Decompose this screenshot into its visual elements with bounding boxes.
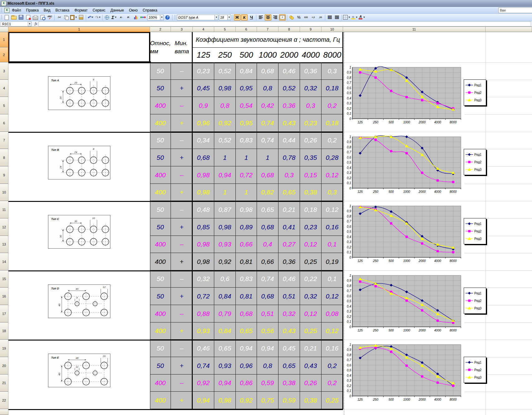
menu-item-0[interactable]: Файл xyxy=(9,7,24,13)
cell-wool-e-1[interactable]: + xyxy=(171,357,193,374)
cell-offset-e-1[interactable]: 50 xyxy=(150,357,171,374)
chart-block-d[interactable]: 10,90,80,70,60,50,40,30,20,10 1252505001… xyxy=(344,274,465,332)
decrease-decimal-button[interactable]: ,00 xyxy=(317,14,324,21)
cell-value-e-3-5[interactable]: 0,38 xyxy=(300,392,322,409)
row-header-23[interactable] xyxy=(0,409,8,415)
cell-value-d-0-3[interactable]: 0,74 xyxy=(257,270,278,288)
row-header-6[interactable]: 6 xyxy=(0,114,8,132)
cell-value-d-2-4[interactable]: 0,32 xyxy=(278,305,300,322)
cell-value-b-1-6[interactable]: 0,28 xyxy=(322,149,343,166)
row-header-16[interactable]: 16 xyxy=(0,288,8,305)
cell-wool-c-2[interactable]: – xyxy=(171,236,193,253)
cell-value-b-2-3[interactable]: 0,68 xyxy=(257,166,278,184)
cell-value-c-1-2[interactable]: 0,89 xyxy=(236,218,257,236)
cell-value-e-1-0[interactable]: 0,74 xyxy=(193,357,214,374)
name-box-dropdown[interactable]: ▼ xyxy=(28,21,31,26)
cell-offset-e-3[interactable]: 400 xyxy=(150,392,171,409)
cell-wool-c-3[interactable]: + xyxy=(171,253,193,270)
cell-value-b-1-1[interactable]: 1 xyxy=(214,149,236,166)
cell-value-b-0-1[interactable]: 0,52 xyxy=(214,132,236,149)
cell-value-c-2-2[interactable]: 0,66 xyxy=(236,236,257,253)
cell-value-a-3-3[interactable]: 0,74 xyxy=(257,114,278,132)
cell-value-b-3-4[interactable]: 0,65 xyxy=(278,184,300,201)
chart-block-c[interactable]: 10,90,80,70,60,50,40,30,20,10 1252505001… xyxy=(344,204,465,262)
menu-item-8[interactable]: Справка xyxy=(140,7,160,13)
row-header-11[interactable]: 11 xyxy=(0,201,8,218)
cell-wool-a-1[interactable]: + xyxy=(171,80,193,97)
percent-button[interactable]: % xyxy=(296,14,302,21)
chart-legend-e[interactable]: Ряд1 Ряд2 Ряд3 xyxy=(464,357,486,383)
row-header-17[interactable]: 17 xyxy=(0,305,8,322)
cell-offset-a-1[interactable]: 50 xyxy=(150,80,171,97)
cell-value-c-1-6[interactable]: 0,16 xyxy=(322,218,343,236)
question-box-input[interactable]: Вве xyxy=(498,7,532,13)
cell-offset-d-3[interactable]: 400 xyxy=(150,322,171,340)
cell-offset-e-2[interactable]: 400 xyxy=(150,374,171,392)
cell-value-b-3-1[interactable]: 1 xyxy=(214,184,236,201)
cell-wool-e-2[interactable]: – xyxy=(171,374,193,392)
cell-value-e-3-4[interactable]: 0,59 xyxy=(278,392,300,409)
cell-value-a-1-3[interactable]: 0,8 xyxy=(257,80,278,97)
cell-value-c-1-1[interactable]: 0,98 xyxy=(214,218,236,236)
cell-value-d-2-2[interactable]: 0,68 xyxy=(236,305,257,322)
cell-value-e-0-1[interactable]: 0,65 xyxy=(214,340,236,357)
cell-value-c-2-3[interactable]: 0,4 xyxy=(257,236,278,253)
cell-value-e-0-4[interactable]: 0,45 xyxy=(278,340,300,357)
menu-item-5[interactable]: Сервис xyxy=(90,7,108,13)
panel-drawing-d[interactable]: Тип D 40 12 40 8 xyxy=(48,284,110,318)
cell-value-e-3-0[interactable]: 0,94 xyxy=(193,392,214,409)
cell-value-e-2-0[interactable]: 0,92 xyxy=(193,374,214,392)
copy-button[interactable] xyxy=(63,14,70,21)
cell-value-d-1-0[interactable]: 0,72 xyxy=(193,288,214,305)
align-left-button[interactable] xyxy=(258,14,264,21)
cell-value-d-1-1[interactable]: 0,84 xyxy=(214,288,236,305)
open-button[interactable] xyxy=(11,14,17,21)
cell-value-b-0-0[interactable]: 0,34 xyxy=(193,132,214,149)
undo-button[interactable]: ↶▼ xyxy=(87,14,94,21)
print-preview-button[interactable] xyxy=(39,14,46,21)
save-button[interactable] xyxy=(18,14,24,21)
cell-value-e-1-1[interactable]: 0,93 xyxy=(214,357,236,374)
cell-value-a-1-0[interactable]: 0,45 xyxy=(193,80,214,97)
cell-value-c-0-5[interactable]: 0,18 xyxy=(300,201,322,218)
header-frequency-4000[interactable]: 4000 xyxy=(300,47,322,62)
row-header-13[interactable]: 13 xyxy=(0,236,8,253)
cell-value-d-3-5[interactable]: 0,25 xyxy=(300,322,322,340)
cell-value-e-2-2[interactable]: 0,86 xyxy=(236,374,257,392)
row-header-14[interactable]: 14 xyxy=(0,253,8,270)
cell-value-c-0-4[interactable]: 0,21 xyxy=(278,201,300,218)
column-header-3[interactable]: 3 xyxy=(171,27,193,32)
cell-value-a-3-2[interactable]: 0,95 xyxy=(236,114,257,132)
cell-value-d-2-5[interactable]: 0,12 xyxy=(300,305,322,322)
cell-offset-c-0[interactable]: 50 xyxy=(150,201,171,218)
zoom-box[interactable]: 100%▼ xyxy=(147,14,164,21)
cell-value-a-0-2[interactable]: 0,84 xyxy=(236,62,257,80)
cell-value-d-0-0[interactable]: 0,32 xyxy=(193,270,214,288)
formula-input[interactable] xyxy=(38,21,531,26)
cell-value-c-1-4[interactable]: 0,41 xyxy=(278,218,300,236)
cell-offset-a-3[interactable]: 400 xyxy=(150,114,171,132)
permission-button[interactable] xyxy=(25,14,31,21)
thousands-button[interactable]: 000 xyxy=(303,14,309,21)
cell-value-e-3-6[interactable]: 0,25 xyxy=(322,392,343,409)
cell-value-e-0-6[interactable]: 0,16 xyxy=(322,340,343,357)
row-header-2[interactable]: 2 xyxy=(0,47,8,62)
cell-wool-c-1[interactable]: + xyxy=(171,218,193,236)
cell-offset-a-2[interactable]: 400 xyxy=(150,97,171,114)
cell-value-a-1-1[interactable]: 0,98 xyxy=(214,80,236,97)
cell-value-d-2-0[interactable]: 0,88 xyxy=(193,305,214,322)
cell-value-e-2-3[interactable]: 0,59 xyxy=(257,374,278,392)
paste-button[interactable]: ▼ xyxy=(70,14,77,21)
menu-item-3[interactable]: Вставка xyxy=(53,7,72,13)
column-header-1[interactable]: 1 xyxy=(8,27,150,32)
toolbar-drag-handle-3[interactable] xyxy=(174,15,176,20)
cell-offset-c-2[interactable]: 400 xyxy=(150,236,171,253)
cell-value-d-3-4[interactable]: 0,43 xyxy=(278,322,300,340)
cell-offset-d-0[interactable]: 50 xyxy=(150,270,171,288)
row-header-5[interactable]: 5 xyxy=(0,97,8,114)
chart-legend-c[interactable]: Ряд1 Ряд2 Ряд3 xyxy=(464,218,486,244)
header-frequency-500[interactable]: 500 xyxy=(236,47,257,62)
cell-value-d-1-5[interactable]: 0,32 xyxy=(300,288,322,305)
chart-legend-b[interactable]: Ряд1 Ряд2 Ряд3 xyxy=(464,149,486,175)
cell-offset-b-0[interactable]: 50 xyxy=(150,132,171,149)
